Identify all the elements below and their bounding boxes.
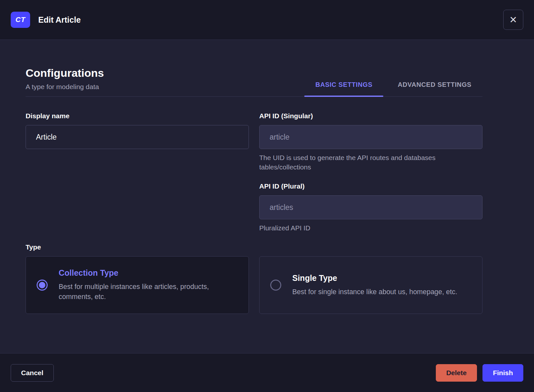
type-section: Type Collection Type Best for multiple i… xyxy=(26,242,482,314)
api-id-plural-hint: Pluralized API ID xyxy=(259,223,482,233)
content-type-badge-label: CT xyxy=(16,16,25,24)
display-name-field: Display name xyxy=(26,111,249,172)
collection-type-description: Best for multiple instances like article… xyxy=(59,282,239,302)
configurations-form: Display name API ID (Singular) The UID i… xyxy=(26,111,482,233)
content-type-badge-icon: CT xyxy=(11,12,30,28)
radio-dot-icon xyxy=(39,282,45,288)
api-id-singular-hint: The UID is used to generate the API rout… xyxy=(259,153,482,172)
settings-tabs: BASIC SETTINGS ADVANCED SETTINGS xyxy=(304,81,482,96)
footer-actions: Delete Finish xyxy=(436,364,523,382)
collection-type-radio[interactable] xyxy=(37,280,48,291)
display-name-label: Display name xyxy=(26,111,249,121)
section-heading-block: Configurations A type for modeling data xyxy=(26,66,104,96)
single-type-radio[interactable] xyxy=(270,280,281,291)
api-id-plural-field: API ID (Plural) Pluralized API ID xyxy=(259,181,482,233)
page-title: Configurations xyxy=(26,66,104,80)
delete-button[interactable]: Delete xyxy=(436,364,477,382)
modal-title: Edit Article xyxy=(38,15,81,25)
api-id-singular-input[interactable] xyxy=(259,125,482,149)
api-id-singular-field: API ID (Singular) The UID is used to gen… xyxy=(259,111,482,172)
api-id-plural-label: API ID (Plural) xyxy=(259,181,482,191)
collection-type-text: Collection Type Best for multiple instan… xyxy=(59,268,239,302)
collection-type-option[interactable]: Collection Type Best for multiple instan… xyxy=(26,256,249,314)
single-type-description: Best for single instance like about us, … xyxy=(292,287,457,297)
modal-header: CT Edit Article ✕ xyxy=(0,0,534,40)
type-options: Collection Type Best for multiple instan… xyxy=(26,256,482,314)
cancel-button[interactable]: Cancel xyxy=(11,364,54,382)
close-button[interactable]: ✕ xyxy=(503,10,523,30)
finish-button[interactable]: Finish xyxy=(482,364,523,382)
type-label: Type xyxy=(26,242,482,252)
collection-type-title: Collection Type xyxy=(59,268,239,278)
tab-basic-settings[interactable]: BASIC SETTINGS xyxy=(304,81,383,96)
display-name-input[interactable] xyxy=(26,125,249,149)
tab-advanced-settings[interactable]: ADVANCED SETTINGS xyxy=(387,81,482,96)
section-header: Configurations A type for modeling data … xyxy=(26,66,482,97)
modal-body: Configurations A type for modeling data … xyxy=(0,40,534,353)
single-type-text: Single Type Best for single instance lik… xyxy=(292,273,457,297)
single-type-title: Single Type xyxy=(292,273,457,283)
api-id-plural-input[interactable] xyxy=(259,195,482,219)
modal-footer: Cancel Delete Finish xyxy=(0,353,534,392)
single-type-option[interactable]: Single Type Best for single instance lik… xyxy=(259,256,482,314)
page-subtitle: A type for modeling data xyxy=(26,82,104,96)
close-icon: ✕ xyxy=(509,15,517,25)
edit-article-modal: CT Edit Article ✕ Configurations A type … xyxy=(0,0,534,392)
api-id-singular-label: API ID (Singular) xyxy=(259,111,482,121)
radio-dot-icon xyxy=(273,282,279,288)
